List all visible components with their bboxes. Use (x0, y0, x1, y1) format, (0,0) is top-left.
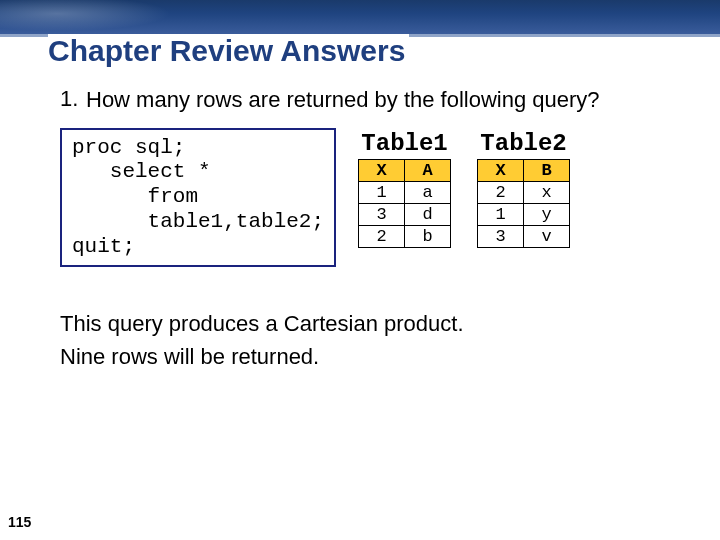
table-cell: x (524, 181, 570, 203)
table-row: 2 x (478, 181, 570, 203)
table1-block: Table1 X A 1 a 3 d 2 (358, 130, 451, 248)
table-header: A (405, 159, 451, 181)
header-band (0, 0, 720, 34)
table-row: 1 a (359, 181, 451, 203)
table2-title: Table2 (477, 130, 570, 157)
table-row: X A (359, 159, 451, 181)
table2-block: Table2 X B 2 x 1 y 3 (477, 130, 570, 248)
table-cell: d (405, 203, 451, 225)
page-number: 115 (8, 514, 31, 530)
table-header: X (359, 159, 405, 181)
main-row: proc sql; select * from table1,table2; q… (60, 128, 690, 268)
code-box: proc sql; select * from table1,table2; q… (60, 128, 336, 268)
table-cell: 2 (478, 181, 524, 203)
table-row: 1 y (478, 203, 570, 225)
question-number: 1. (60, 86, 86, 114)
table-cell: 3 (478, 225, 524, 247)
answer-line: Nine rows will be returned. (60, 340, 690, 373)
table-cell: y (524, 203, 570, 225)
tables-wrap: Table1 X A 1 a 3 d 2 (358, 130, 570, 248)
table-row: 3 d (359, 203, 451, 225)
question: 1. How many rows are returned by the fol… (60, 86, 690, 114)
table-row: 3 v (478, 225, 570, 247)
table1: X A 1 a 3 d 2 b (358, 159, 451, 248)
content-area: 1. How many rows are returned by the fol… (60, 86, 690, 373)
page-title: Chapter Review Answers (48, 34, 409, 67)
question-text: How many rows are returned by the follow… (86, 86, 690, 114)
table-header: B (524, 159, 570, 181)
answer-text: This query produces a Cartesian product.… (60, 307, 690, 373)
table-cell: 3 (359, 203, 405, 225)
table-cell: 2 (359, 225, 405, 247)
table-row: X B (478, 159, 570, 181)
table-row: 2 b (359, 225, 451, 247)
table-cell: a (405, 181, 451, 203)
table-header: X (478, 159, 524, 181)
table1-title: Table1 (358, 130, 451, 157)
table-cell: v (524, 225, 570, 247)
answer-line: This query produces a Cartesian product. (60, 307, 690, 340)
table-cell: 1 (478, 203, 524, 225)
table-cell: 1 (359, 181, 405, 203)
table-cell: b (405, 225, 451, 247)
table2: X B 2 x 1 y 3 v (477, 159, 570, 248)
